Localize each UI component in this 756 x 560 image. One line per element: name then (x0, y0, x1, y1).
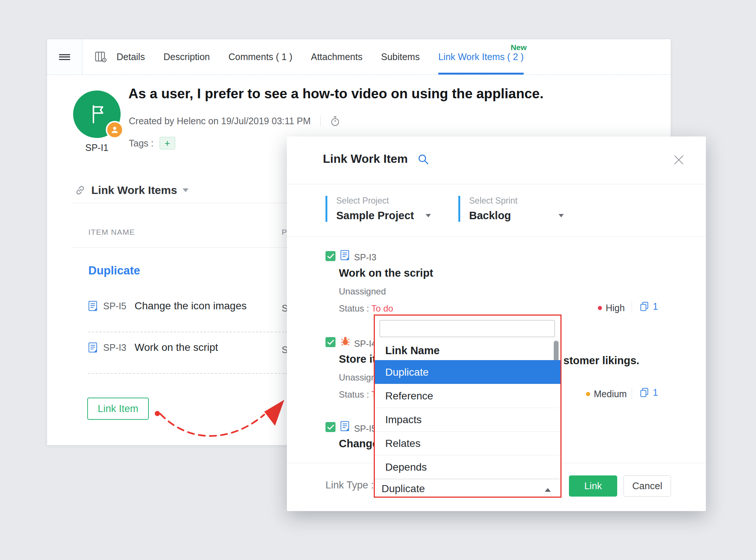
divider (287, 236, 706, 237)
selected-link-type: Duplicate (382, 483, 425, 495)
link-item-button[interactable]: Link Item (87, 398, 149, 420)
item-status: Status : To do (339, 303, 393, 314)
search-icon[interactable] (418, 154, 429, 165)
dropdown-search-input[interactable] (380, 320, 555, 337)
new-badge: New (511, 43, 527, 52)
link-work-items-header[interactable]: Link Work Items (75, 184, 189, 197)
priority-dot-high (598, 306, 602, 310)
item-id: SP-I3 (354, 252, 376, 263)
story-doc-icon (88, 301, 97, 311)
linked-count-value: 1 (653, 387, 658, 398)
screen: Details Description Comments ( 1 ) Attac… (0, 0, 756, 560)
option-depends[interactable]: Depends (375, 455, 560, 477)
created-meta: Created by Helenc on 19/Jul/2019 03:11 P… (129, 115, 340, 126)
project-select[interactable]: Sample Project (336, 210, 431, 222)
meta-divider (320, 115, 321, 126)
assignee-avatar[interactable] (106, 121, 124, 139)
link-type-select[interactable]: Duplicate (375, 479, 560, 498)
flag-icon (85, 102, 109, 126)
check-icon (327, 254, 334, 259)
cancel-button[interactable]: Cancel (624, 475, 671, 497)
work-item-title: As a user, I prefer to see a how-to vide… (128, 86, 648, 102)
story-doc-icon (340, 250, 349, 260)
item-checkbox-sp-i4[interactable] (325, 337, 336, 347)
chevron-down-icon (183, 188, 189, 192)
check-icon (327, 425, 334, 430)
priority-dot-medium (586, 392, 590, 396)
item-id: SP-I4 (354, 339, 376, 349)
priority-badge: Medium (586, 389, 627, 399)
priority-badge: High (598, 303, 625, 313)
board-settings-icon[interactable] (95, 52, 107, 63)
tabs: Details Description Comments ( 1 ) Attac… (117, 39, 524, 75)
item-name-left-fragment[interactable]: Store it (339, 353, 376, 365)
selected-project: Sample Project (336, 210, 414, 222)
tab-comments[interactable]: Comments ( 1 ) (228, 39, 292, 75)
row-name[interactable]: Work on the script (135, 342, 218, 353)
option-reference[interactable]: Reference (375, 384, 560, 408)
link-group-duplicate: Duplicate (88, 264, 140, 277)
tab-attachments[interactable]: Attachments (311, 39, 363, 75)
link-type-label: Link Type : (325, 480, 374, 491)
linked-row-sp-i5[interactable]: SP-I5 Change the icon images (88, 300, 247, 312)
chevron-down-icon (426, 214, 431, 217)
tab-bar: Details Description Comments ( 1 ) Attac… (47, 39, 671, 75)
column-partial: P (282, 228, 287, 237)
tags-row: Tags : + (129, 137, 175, 149)
chevron-up-icon (545, 488, 551, 492)
row-name[interactable]: Change the icon images (135, 300, 247, 312)
sprint-filter: Select Sprint Backlog (458, 196, 564, 222)
status-label: Status : (339, 389, 372, 399)
modal-header: Link Work Item (287, 136, 706, 184)
row-id: SP-I3 (103, 342, 127, 353)
work-item-id: SP-I1 (73, 142, 121, 153)
tab-details[interactable]: Details (117, 39, 145, 75)
tab-description[interactable]: Description (163, 39, 210, 75)
story-doc-icon (88, 342, 97, 353)
sprint-select[interactable]: Backlog (469, 210, 564, 222)
linked-count[interactable]: 1 (639, 301, 658, 312)
link-work-item-modal: Link Work Item Select Project Sample Pro… (287, 136, 706, 511)
close-icon[interactable] (672, 154, 685, 166)
created-by-text: Created by Helenc on 19/Jul/2019 03:11 P… (129, 116, 311, 126)
filter-label: Select Sprint (469, 196, 564, 206)
work-item-type-badge (73, 90, 121, 138)
status-value: To do (372, 303, 393, 313)
copies-icon (639, 302, 649, 312)
chevron-down-icon (559, 214, 564, 217)
link-type-dropdown: Link Name Duplicate Reference Impacts Re… (374, 314, 562, 498)
copies-icon (639, 388, 649, 398)
item-name-right-fragment[interactable]: stomer likings. (563, 355, 639, 367)
annotation-arrow (148, 382, 297, 447)
chain-link-icon (75, 185, 86, 196)
tab-link-work-items[interactable]: Link Work Items ( 2 ) New (438, 39, 524, 75)
item-checkbox-sp-i5[interactable] (325, 422, 336, 432)
check-icon (327, 340, 334, 345)
link-button[interactable]: Link (569, 475, 617, 497)
project-filter: Select Project Sample Project (325, 196, 431, 222)
section-title: Link Work Items (91, 184, 177, 197)
priority-text: Medium (594, 389, 627, 399)
tab-subitems[interactable]: Subitems (381, 39, 420, 75)
row-id: SP-I5 (103, 301, 127, 312)
item-checkbox-sp-i3[interactable] (325, 251, 336, 261)
option-duplicate[interactable]: Duplicate (375, 360, 560, 384)
selected-sprint: Backlog (469, 210, 511, 222)
item-id: SP-I5 (354, 424, 376, 434)
item-name[interactable]: Work on the script (339, 267, 433, 279)
option-impacts[interactable]: Impacts (375, 408, 560, 431)
linked-count-value: 1 (653, 301, 658, 312)
status-label: Status : (339, 303, 372, 313)
add-tag-button[interactable]: + (160, 137, 175, 149)
option-relates[interactable]: Relates (375, 431, 560, 455)
timer-icon[interactable] (330, 116, 340, 126)
person-icon (110, 125, 119, 134)
priority-text: High (606, 303, 625, 313)
linked-count[interactable]: 1 (639, 387, 658, 398)
dropdown-group-header: Link Name (385, 345, 440, 357)
menu-button[interactable] (47, 39, 82, 75)
linked-row-sp-i3[interactable]: SP-I3 Work on the script (88, 342, 218, 353)
story-doc-icon (340, 421, 349, 431)
divider (632, 387, 632, 399)
bug-icon (340, 336, 350, 346)
